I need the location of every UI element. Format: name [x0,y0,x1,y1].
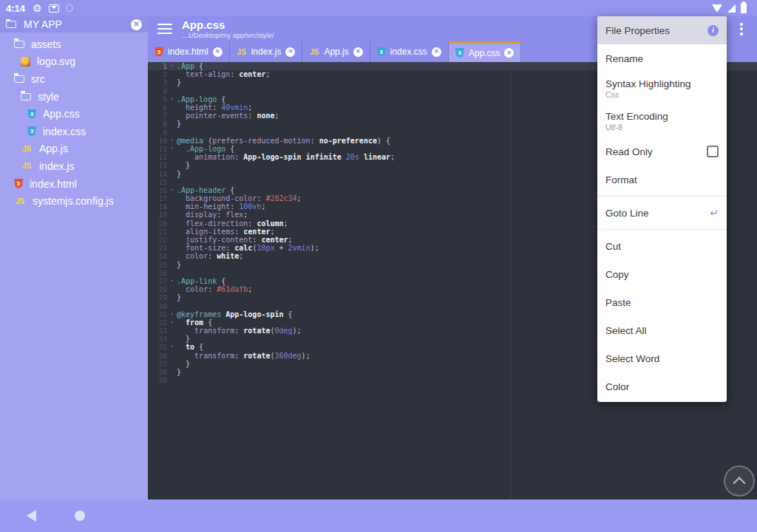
data-saver-icon [66,4,73,12]
tree-item-logo-svg[interactable]: logo.svg [0,53,148,71]
code-text: .App-link { [177,277,225,285]
fold-arrow-icon[interactable]: ▾ [167,97,177,102]
menu-item-text-encoding[interactable]: Text EncodingUtf-8 [597,105,727,137]
code-text: to { [177,343,203,351]
read-only-checkbox[interactable] [707,146,719,157]
line-number: 33 [148,327,167,335]
fold-arrow-icon[interactable]: ▾ [167,64,177,69]
code-text: @media (prefers-reduced-motion: no-prefe… [177,137,390,145]
project-title: MY APP [24,18,131,30]
tab-app-css[interactable]: 3App.css✕ [449,41,522,62]
line-number: 20 [148,219,167,228]
menu-item-color[interactable]: Color [597,372,727,400]
tab-close-icon[interactable]: ✕ [504,48,514,58]
menu-hamburger-icon[interactable] [157,24,172,35]
menu-item-file-properties[interactable]: File Propertiesi [597,16,727,44]
menu-item-copy[interactable]: Copy [597,260,727,288]
tab-close-icon[interactable]: ✕ [285,47,295,57]
tab-index-html[interactable]: 5index.html✕ [148,41,230,62]
code-text: } [177,261,181,269]
tab-index-js[interactable]: JSindex.js✕ [230,41,303,62]
folder-file-icon [14,75,24,83]
line-number: 35 [148,343,167,351]
menu-item-label: Rename [605,53,719,64]
menu-item-label: Color [605,381,719,392]
menu-item-label: Paste [605,297,719,308]
menu-divider [597,196,727,197]
tree-item-label: logo.svg [37,55,75,67]
tree-item-label: assets [31,38,61,50]
line-number: 37 [148,360,167,368]
menu-item-label: Select Word [605,353,719,364]
tree-item-src[interactable]: src [0,70,148,88]
menu-item-sublabel: Css [605,90,719,99]
menu-item-paste[interactable]: Paste [597,288,727,316]
line-number: 5 [148,95,167,103]
tab-app-js[interactable]: JSApp.js✕ [302,41,370,62]
close-project-icon[interactable]: ✕ [131,19,142,30]
tab-close-icon[interactable]: ✕ [213,47,223,57]
scroll-up-fab[interactable] [724,466,755,497]
menu-item-label: Text Encoding [605,111,719,122]
code-text: background-color: #282c34; [177,194,302,202]
line-number: 2 [148,70,167,78]
menu-item-select-all[interactable]: Select All [597,316,727,344]
home-button[interactable] [75,511,85,521]
menu-item-label: Syntax Highlighting [605,78,719,89]
line-number: 12 [148,153,167,161]
menu-item-goto-line[interactable]: Goto Line↵ [597,199,727,227]
settings-gear-icon: ⚙ [33,3,42,13]
back-button[interactable] [27,510,36,522]
fold-arrow-icon[interactable]: ▾ [167,146,177,151]
line-number: 36 [148,352,167,360]
menu-item-label: Read Only [605,146,707,157]
tree-item-index-html[interactable]: 5index.html [0,175,148,193]
menu-item-read-only[interactable]: Read Only [597,137,727,166]
menu-item-cut[interactable]: Cut [597,232,727,260]
file-context-menu: File PropertiesiRenameSyntax Highlightin… [597,16,727,402]
file-tree: assetslogo.svgsrcstyle3App.css3index.css… [0,33,148,210]
fold-arrow-icon[interactable]: ▾ [167,138,177,143]
tab-close-icon[interactable]: ✕ [432,47,441,57]
tab-index-css[interactable]: 3index.css✕ [370,41,449,62]
menu-item-format[interactable]: Format [597,166,727,194]
fold-arrow-icon[interactable]: ▾ [167,320,177,325]
line-number: 11 [148,145,167,153]
tab-label: App.css [469,48,500,58]
return-key-icon: ↵ [710,207,719,219]
menu-item-rename[interactable]: Rename [597,44,727,72]
tree-item-app-js[interactable]: JSApp.js [0,140,148,158]
tree-item-app-css[interactable]: 3App.css [0,105,148,123]
line-number: 32 [148,318,167,327]
folder-file-icon [14,41,24,48]
tree-item-systemjs-config-js[interactable]: JSsystemjs.config.js [0,192,148,210]
tree-item-style[interactable]: style [0,88,148,106]
more-options-icon[interactable] [740,23,743,35]
project-header[interactable]: MY APP ✕ [0,16,148,33]
code-text: } [177,335,190,343]
line-number: 38 [148,368,167,376]
tab-close-icon[interactable]: ✕ [353,47,363,57]
line-number: 14 [148,170,167,178]
code-text: color: white; [177,252,243,260]
tree-item-assets[interactable]: assets [0,35,148,53]
line-number: 28 [148,285,167,293]
menu-item-select-word[interactable]: Select Word [597,344,727,372]
tree-item-label: index.html [30,178,77,190]
line-number: 6 [148,103,167,112]
tree-item-index-js[interactable]: JSindex.js [0,157,148,175]
code-text: align-items: center; [177,228,274,236]
code-text: justify-content: center; [177,236,293,244]
code-text: animation: App-logo-spin infinite 20s li… [177,153,395,161]
fold-arrow-icon[interactable]: ▾ [167,344,177,349]
tree-item-label: index.js [39,160,74,172]
menu-item-syntax-highlighting[interactable]: Syntax HighlightingCss [597,72,727,105]
line-number: 31 [148,310,167,318]
js-file-icon: JS [309,47,319,56]
tab-label: index.css [390,47,427,57]
fold-arrow-icon[interactable]: ▾ [167,188,177,193]
fold-arrow-icon[interactable]: ▾ [167,312,177,317]
fold-arrow-icon[interactable]: ▾ [167,279,177,284]
tree-item-index-css[interactable]: 3index.css [0,123,148,140]
line-number: 3 [148,78,167,86]
